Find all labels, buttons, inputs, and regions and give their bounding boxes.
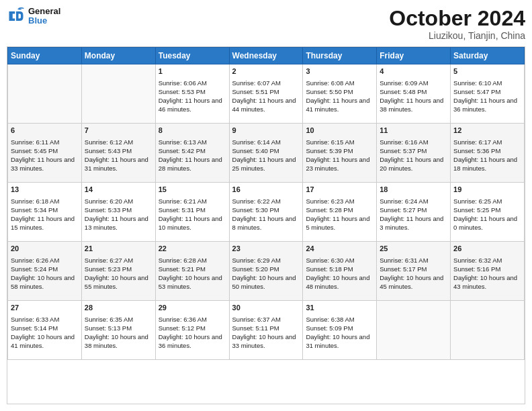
day-cell: 18Sunrise: 6:24 AMSunset: 5:27 PMDayligh… [377, 183, 451, 242]
day-number: 24 [306, 244, 373, 254]
day-number: 30 [232, 303, 300, 313]
logo-text: General Blue [28, 7, 60, 26]
logo: General Blue [7, 7, 60, 26]
sunset-text: Sunset: 5:25 PM [453, 205, 521, 214]
day-cell [451, 301, 525, 360]
day-number: 19 [453, 185, 521, 195]
sunset-text: Sunset: 5:39 PM [306, 146, 373, 155]
daylight-text: Daylight: 11 hours and 13 minutes. [85, 214, 152, 232]
day-cell: 2Sunrise: 6:07 AMSunset: 5:51 PMDaylight… [229, 64, 303, 124]
daylight-text: Daylight: 11 hours and 38 minutes. [380, 96, 447, 114]
title-block: October 2024 Liuzikou, Tianjin, China [389, 7, 525, 41]
sunrise-text: Sunrise: 6:30 AM [306, 256, 373, 265]
day-cell: 19Sunrise: 6:25 AMSunset: 5:25 PMDayligh… [451, 183, 525, 242]
daylight-text: Daylight: 10 hours and 31 minutes. [306, 332, 373, 351]
day-cell: 9Sunrise: 6:14 AMSunset: 5:40 PMDaylight… [229, 124, 303, 183]
sunrise-text: Sunrise: 6:38 AM [306, 315, 373, 324]
sunset-text: Sunset: 5:12 PM [159, 324, 226, 332]
day-number: 10 [306, 126, 373, 136]
day-cell [377, 301, 451, 360]
sunset-text: Sunset: 5:24 PM [11, 265, 79, 273]
sunset-text: Sunset: 5:47 PM [453, 87, 521, 96]
day-cell: 24Sunrise: 6:30 AMSunset: 5:18 PMDayligh… [303, 242, 377, 301]
day-number: 12 [453, 126, 521, 136]
sunset-text: Sunset: 5:23 PM [85, 265, 152, 273]
sunset-text: Sunset: 5:17 PM [380, 265, 447, 273]
week-row-3: 13Sunrise: 6:18 AMSunset: 5:34 PMDayligh… [8, 183, 525, 242]
day-number: 3 [306, 66, 373, 77]
header: General Blue October 2024 Liuzikou, Tian… [7, 7, 525, 41]
day-cell: 15Sunrise: 6:21 AMSunset: 5:31 PMDayligh… [155, 183, 229, 242]
daylight-text: Daylight: 11 hours and 0 minutes. [453, 214, 521, 232]
daylight-text: Daylight: 10 hours and 38 minutes. [85, 332, 152, 351]
calendar: Sunday Monday Tuesday Wednesday Thursday… [7, 46, 525, 404]
day-number: 18 [380, 185, 447, 195]
day-number: 28 [85, 303, 152, 313]
daylight-text: Daylight: 11 hours and 18 minutes. [453, 155, 521, 173]
day-cell: 22Sunrise: 6:28 AMSunset: 5:21 PMDayligh… [155, 242, 229, 301]
daylight-text: Daylight: 11 hours and 31 minutes. [85, 155, 152, 173]
daylight-text: Daylight: 10 hours and 53 minutes. [159, 273, 226, 291]
daylight-text: Daylight: 10 hours and 41 minutes. [11, 332, 79, 351]
day-cell: 6Sunrise: 6:11 AMSunset: 5:45 PMDaylight… [8, 124, 82, 183]
day-cell: 28Sunrise: 6:35 AMSunset: 5:13 PMDayligh… [81, 301, 155, 360]
daylight-text: Daylight: 11 hours and 15 minutes. [11, 214, 79, 232]
sunset-text: Sunset: 5:11 PM [232, 324, 300, 332]
daylight-text: Daylight: 10 hours and 48 minutes. [306, 273, 373, 291]
sunset-text: Sunset: 5:16 PM [453, 265, 521, 273]
sunrise-text: Sunrise: 6:24 AM [380, 197, 447, 205]
sunset-text: Sunset: 5:27 PM [380, 205, 447, 214]
daylight-text: Daylight: 11 hours and 23 minutes. [306, 155, 373, 173]
day-number: 7 [85, 126, 152, 136]
day-cell: 10Sunrise: 6:15 AMSunset: 5:39 PMDayligh… [303, 124, 377, 183]
day-number: 5 [453, 66, 521, 77]
sunset-text: Sunset: 5:13 PM [85, 324, 152, 332]
sunrise-text: Sunrise: 6:25 AM [453, 197, 521, 205]
daylight-text: Daylight: 11 hours and 28 minutes. [159, 155, 226, 173]
logo-icon [7, 7, 26, 26]
sunrise-text: Sunrise: 6:36 AM [159, 315, 226, 324]
daylight-text: Daylight: 11 hours and 46 minutes. [159, 96, 226, 114]
day-cell: 13Sunrise: 6:18 AMSunset: 5:34 PMDayligh… [8, 183, 82, 242]
daylight-text: Daylight: 10 hours and 55 minutes. [85, 273, 152, 291]
week-row-2: 6Sunrise: 6:11 AMSunset: 5:45 PMDaylight… [8, 124, 525, 183]
col-friday: Friday [377, 48, 451, 64]
sunset-text: Sunset: 5:31 PM [159, 205, 226, 214]
sunrise-text: Sunrise: 6:08 AM [306, 79, 373, 87]
sunrise-text: Sunrise: 6:33 AM [11, 315, 79, 324]
day-number: 4 [380, 66, 447, 77]
day-cell: 7Sunrise: 6:12 AMSunset: 5:43 PMDaylight… [81, 124, 155, 183]
sunrise-text: Sunrise: 6:31 AM [380, 256, 447, 265]
sunrise-text: Sunrise: 6:29 AM [232, 256, 300, 265]
sunrise-text: Sunrise: 6:28 AM [159, 256, 226, 265]
day-number: 9 [232, 126, 300, 136]
sunset-text: Sunset: 5:51 PM [232, 87, 300, 96]
sunrise-text: Sunrise: 6:37 AM [232, 315, 300, 324]
calendar-body: 1Sunrise: 6:06 AMSunset: 5:53 PMDaylight… [8, 64, 525, 360]
sunset-text: Sunset: 5:43 PM [85, 146, 152, 155]
day-number: 6 [11, 126, 79, 136]
page: General Blue October 2024 Liuzikou, Tian… [0, 0, 532, 411]
day-cell: 25Sunrise: 6:31 AMSunset: 5:17 PMDayligh… [377, 242, 451, 301]
day-cell: 21Sunrise: 6:27 AMSunset: 5:23 PMDayligh… [81, 242, 155, 301]
daylight-text: Daylight: 10 hours and 36 minutes. [159, 332, 226, 351]
day-number: 29 [159, 303, 226, 313]
daylight-text: Daylight: 11 hours and 10 minutes. [159, 214, 226, 232]
sunset-text: Sunset: 5:53 PM [159, 87, 226, 96]
sunset-text: Sunset: 5:36 PM [453, 146, 521, 155]
day-number: 21 [85, 244, 152, 254]
sunset-text: Sunset: 5:18 PM [306, 265, 373, 273]
sunset-text: Sunset: 5:34 PM [11, 205, 79, 214]
calendar-table: Sunday Monday Tuesday Wednesday Thursday… [7, 47, 525, 360]
day-number: 20 [11, 244, 79, 254]
col-wednesday: Wednesday [229, 48, 303, 64]
week-row-4: 20Sunrise: 6:26 AMSunset: 5:24 PMDayligh… [8, 242, 525, 301]
col-tuesday: Tuesday [155, 48, 229, 64]
day-number: 23 [232, 244, 300, 254]
sunset-text: Sunset: 5:21 PM [159, 265, 226, 273]
day-number: 2 [232, 66, 300, 77]
sunset-text: Sunset: 5:40 PM [232, 146, 300, 155]
sunrise-text: Sunrise: 6:07 AM [232, 79, 300, 87]
sunrise-text: Sunrise: 6:23 AM [306, 197, 373, 205]
day-number: 16 [232, 185, 300, 195]
